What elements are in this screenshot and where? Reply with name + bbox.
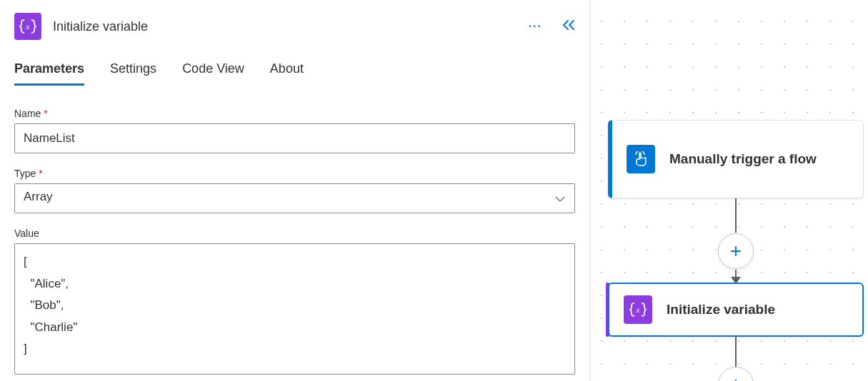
panel-header-right: ···: [529, 19, 575, 34]
collapse-panel-icon[interactable]: [562, 19, 575, 34]
flow-canvas[interactable]: Manually trigger a flow + x Initialize v…: [590, 0, 868, 381]
svg-text:x: x: [636, 305, 640, 314]
more-actions-icon[interactable]: ···: [529, 20, 542, 33]
panel-header-left: x Initialize variable: [14, 13, 148, 40]
manual-trigger-icon: [627, 145, 655, 173]
connector-line: [735, 198, 737, 233]
flow-container: Manually trigger a flow + x Initialize v…: [590, 14, 868, 381]
tab-parameters[interactable]: Parameters: [14, 61, 84, 86]
form-group-value: Value: [14, 228, 575, 377]
add-step-button[interactable]: +: [718, 233, 754, 269]
name-input[interactable]: [14, 123, 575, 153]
tab-settings[interactable]: Settings: [110, 61, 156, 86]
value-textarea[interactable]: [14, 243, 575, 375]
add-step-button[interactable]: +: [718, 367, 754, 381]
panel-title: Initialize variable: [53, 19, 148, 34]
panel-header: x Initialize variable ···: [14, 7, 575, 61]
tab-bar: Parameters Settings Code View About: [14, 61, 575, 86]
connector-line: [735, 337, 737, 367]
variable-brackets-icon: x: [14, 13, 41, 40]
properties-panel: x Initialize variable ··· Parameters Set…: [0, 0, 590, 381]
form-group-name: Name *: [14, 108, 575, 153]
type-select[interactable]: Array: [14, 183, 575, 213]
tab-code-view[interactable]: Code View: [182, 61, 244, 86]
trigger-title: Manually trigger a flow: [669, 151, 817, 168]
action-title: Initialize variable: [667, 301, 775, 319]
flow-trigger-card[interactable]: Manually trigger a flow: [608, 120, 864, 198]
tab-about[interactable]: About: [270, 61, 304, 86]
value-label: Value: [14, 228, 575, 239]
svg-text:x: x: [26, 22, 30, 31]
name-label: Name *: [14, 108, 575, 119]
flow-action-card[interactable]: x Initialize variable: [608, 283, 864, 337]
type-select-wrapper: Array: [14, 183, 575, 213]
type-label: Type *: [14, 168, 575, 179]
form-group-type: Type * Array: [14, 168, 575, 213]
variable-brackets-icon: x: [624, 295, 652, 324]
